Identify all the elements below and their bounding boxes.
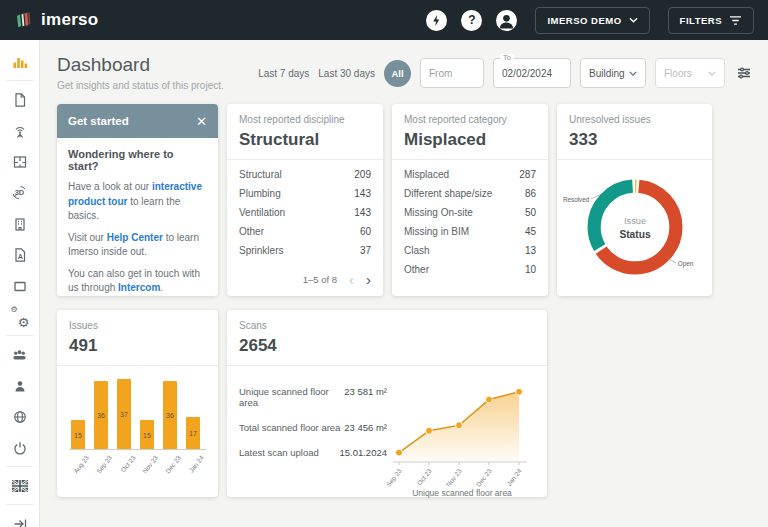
get-started-title: Get started (68, 115, 129, 127)
bar-category-label: Oct 23 (119, 454, 136, 473)
card-value: Misplaced (404, 130, 536, 150)
list-item-label: Plumbing (239, 188, 281, 199)
issue-status-donut-chart: IssueStatusResolvedOpen (557, 160, 712, 296)
issues-card: Issues 491 153637153617 Aug 23Sep 23Oct … (57, 310, 218, 497)
filter-controls: Last 7 days Last 30 days All To Building… (258, 58, 752, 88)
building-select-value: Building (589, 68, 625, 79)
sidebar-item-documents[interactable] (0, 84, 40, 115)
bar-value-label: 15 (71, 431, 85, 438)
sidebar-item-building[interactable] (0, 208, 40, 239)
get-started-body: Wondering where to start? Have a look at… (57, 138, 218, 296)
from-date-input[interactable] (420, 58, 484, 88)
list-item-value: 86 (525, 188, 536, 199)
imerso-logo-icon (14, 10, 34, 30)
range-all-button[interactable]: All (384, 60, 411, 87)
sidebar-item-scanner[interactable] (0, 115, 40, 146)
sidebar-divider (6, 80, 34, 81)
list-item-label: Missing On-site (404, 207, 473, 218)
help-button[interactable]: ? (461, 10, 482, 31)
bar-value-label: 17 (186, 430, 200, 437)
bolt-icon (430, 14, 443, 27)
close-icon[interactable]: ✕ (196, 115, 207, 128)
list-item: Different shape/size86 (404, 184, 536, 203)
intercom-link[interactable]: Intercom (118, 282, 160, 293)
screen-icon (12, 278, 28, 294)
bar-value-label: 36 (163, 412, 177, 419)
floors-select[interactable]: Floors (655, 58, 725, 88)
sidebar-collapse-toggle[interactable] (0, 508, 40, 527)
page-subtitle: Get insights and status of this project. (57, 80, 224, 91)
list-item-value: 37 (360, 245, 371, 256)
page-title: Dashboard (57, 54, 224, 76)
filters-button[interactable]: FILTERS (668, 7, 754, 34)
bar: 17 (186, 417, 200, 449)
scans-card: Scans 2654 Unique scanned floor area23 5… (227, 310, 547, 497)
card-title: Scans (239, 320, 535, 331)
team-icon (11, 346, 28, 363)
cards-row-1: Get started ✕ Wondering where to start? … (57, 104, 752, 296)
sidebar-divider (6, 504, 34, 505)
sidebar-item-settings[interactable]: ⚙⚙ (0, 301, 40, 332)
range-last-30-days[interactable]: Last 30 days (318, 68, 375, 79)
page-header: Dashboard Get insights and status of thi… (57, 54, 752, 91)
help-center-link[interactable]: Help Center (107, 232, 163, 243)
sidebar-item-floorplans[interactable] (0, 146, 40, 177)
chevron-down-icon (629, 17, 638, 23)
sidebar-item-language[interactable] (0, 470, 40, 501)
range-last-7-days[interactable]: Last 7 days (258, 68, 309, 79)
card-title: Unresolved issues (569, 114, 700, 125)
arrow-to-bar-icon (12, 516, 28, 527)
scan-stats-list: Unique scanned floor area23 581 m²Total … (239, 378, 387, 498)
main-content: Dashboard Get insights and status of thi… (40, 40, 768, 527)
to-date-input[interactable] (493, 58, 571, 88)
building-icon (12, 216, 28, 232)
list-item-label: Clash (404, 245, 430, 256)
list-item: Missing On-site50 (404, 203, 536, 222)
bar-category-label: Jan 24 (188, 454, 206, 474)
project-selector-label: IMERSO DEMO (547, 15, 621, 26)
bar-category-label: Dec 23 (164, 454, 182, 475)
line-point (516, 388, 523, 395)
sidebar-item-user[interactable] (0, 370, 40, 401)
list-item: Other60 (239, 222, 371, 241)
stat-label: Unique scanned floor area (239, 386, 344, 408)
power-icon (12, 440, 28, 456)
stat-value: 23 581 m² (344, 386, 387, 408)
get-started-card: Get started ✕ Wondering where to start? … (57, 104, 218, 296)
list-item-value: 10 (525, 264, 536, 275)
bar-chart-icon (12, 54, 28, 70)
category-list: Misplaced287Different shape/size86Missin… (392, 160, 548, 279)
sidebar-item-views[interactable] (0, 270, 40, 301)
pagination-prev-icon[interactable]: ‹ (349, 272, 354, 287)
sidebar-item-reports[interactable]: A (0, 239, 40, 270)
sidebar-item-dashboard[interactable] (0, 46, 40, 77)
project-selector-button[interactable]: IMERSO DEMO (535, 7, 649, 34)
get-started-paragraph: Visit our Help Center to learn Imerso in… (68, 231, 207, 260)
sidebar-item-3d-model[interactable]: 3D (0, 177, 40, 208)
list-item-value: 60 (360, 226, 371, 237)
bar-value-label: 15 (140, 431, 154, 438)
pagination-next-icon[interactable]: › (366, 272, 371, 287)
line-category-label: Nov 23 (445, 467, 463, 488)
advanced-filters-button[interactable] (736, 65, 752, 81)
sidebar-item-team[interactable] (0, 339, 40, 370)
uk-flag-icon (12, 480, 28, 492)
line-category-label: Jan 24 (505, 467, 523, 487)
pagination-label: 1–5 of 8 (303, 274, 337, 285)
list-item: Ventilation143 (239, 203, 371, 222)
floorplan-icon (12, 154, 28, 170)
list-item: Plumbing143 (239, 184, 371, 203)
list-item-value: 13 (525, 245, 536, 256)
quick-actions-button[interactable] (426, 10, 447, 31)
question-mark-icon: ? (468, 14, 475, 26)
account-button[interactable] (496, 10, 517, 31)
sidebar-item-logout[interactable] (0, 432, 40, 463)
bar-category-label: Sep 23 (95, 454, 113, 475)
building-select[interactable]: Building (580, 58, 646, 88)
brand-logo[interactable]: imerso (14, 10, 99, 30)
bar-category-label: Nov 23 (141, 454, 159, 475)
discipline-list: Structural209Plumbing143Ventilation143Ot… (227, 160, 383, 260)
donut-center-line2: Status (619, 229, 651, 240)
sidebar-item-web[interactable] (0, 401, 40, 432)
card-value: 333 (569, 130, 700, 150)
